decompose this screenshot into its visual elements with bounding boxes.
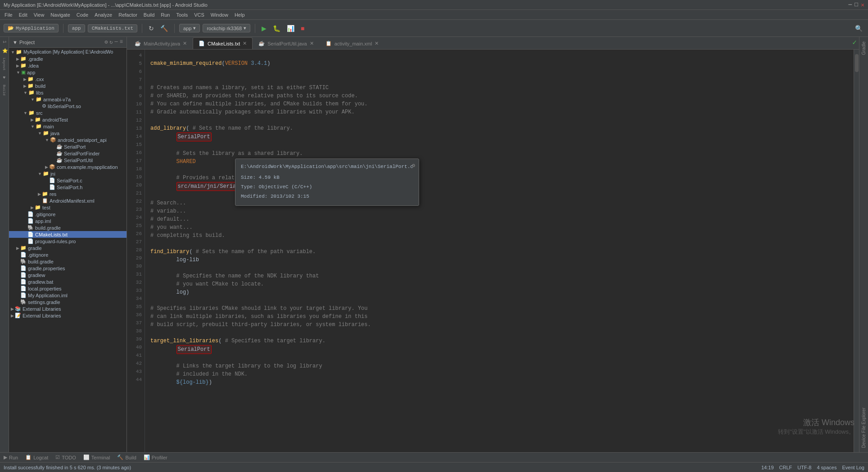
tree-item-build[interactable]: ▶ 📁 build: [9, 82, 127, 89]
file-selector[interactable]: CMakeLists.txt: [88, 24, 137, 32]
tree-item-java[interactable]: ▼ 📁 java: [9, 130, 127, 136]
menu-edit[interactable]: Edit: [16, 11, 30, 18]
settings-icon[interactable]: ≡: [120, 39, 123, 45]
run-config-selector[interactable]: app ▾: [179, 24, 200, 32]
run-button[interactable]: ▶: [260, 24, 268, 33]
menu-run[interactable]: Run: [158, 11, 172, 18]
sidebar-icon-2[interactable]: ⭐: [1, 46, 8, 55]
code-view[interactable]: cmake_minimum_required(VERSION 3.4.1) # …: [145, 50, 854, 452]
debug-button[interactable]: 🐛: [271, 24, 282, 33]
tab-mainactivity[interactable]: ☕ MainActivity.java ✕: [129, 37, 193, 49]
tab-close-activitymain[interactable]: ✕: [375, 41, 379, 46]
tree-item-src[interactable]: ▼ 📁 src: [9, 109, 127, 116]
tree-item-settingsgradle[interactable]: ▶ 🐘 settings.gradle: [9, 299, 127, 305]
bottom-tab-run[interactable]: ▶ Run: [4, 454, 18, 460]
tree-item-gradle[interactable]: ▶ 📁 .gradle: [9, 55, 127, 62]
status-position[interactable]: 14:19: [761, 465, 774, 470]
tree-item-extlibs[interactable]: ▶ 📚 External Libraries: [9, 305, 127, 312]
tree-item-serialportutil-tree[interactable]: ▶ ☕ SerialPortUtil: [9, 157, 127, 163]
profile-button[interactable]: 📊: [285, 24, 296, 33]
tab-close-cmakelists[interactable]: ✕: [243, 41, 247, 46]
tree-item-comexample[interactable]: ▶ 📦 com.example.myapplication: [9, 163, 127, 170]
status-indent[interactable]: 4 spaces: [817, 465, 836, 470]
menu-tools[interactable]: Tools: [173, 11, 190, 18]
tree-item-gradle-root[interactable]: ▶ 📁 gradle: [9, 245, 127, 251]
tree-item-androidmanifest[interactable]: ▶ 📋 AndroidManifest.xml: [9, 197, 127, 204]
bottom-tab-profiler[interactable]: 📊 Profiler: [144, 454, 167, 460]
tree-item-proguard[interactable]: ▶ 📄 proguard-rules.pro: [9, 238, 127, 245]
tree-item-test[interactable]: ▶ 📁 test: [9, 204, 127, 211]
tree-item-gradlewbat[interactable]: ▶ 📄 gradlew.bat: [9, 278, 127, 285]
tree-item-libs[interactable]: ▼ 📁 libs: [9, 89, 127, 96]
vtab-gradle[interactable]: Gradle: [860, 39, 867, 58]
tree-item-gradleprops[interactable]: ▶ 📄 gradle.properties: [9, 265, 127, 272]
status-line-ending[interactable]: CRLF: [779, 465, 792, 470]
tree-item-buildgradle-app[interactable]: ▶ 🐘 build.gradle: [9, 224, 127, 231]
menu-file[interactable]: File: [2, 11, 15, 18]
collapse-icon[interactable]: —: [115, 39, 118, 45]
vtab-device-file[interactable]: Device File Explorer: [860, 405, 867, 450]
tree-item-main[interactable]: ▼ 📁 main: [9, 123, 127, 130]
sidebar-icon-favorites[interactable]: ♥: [1, 73, 8, 82]
menu-refactor[interactable]: Refactor: [116, 11, 140, 18]
tree-item-res[interactable]: ▶ 📁 res: [9, 191, 127, 197]
tree-item-gitignore-root[interactable]: ▶ 📄 .gitignore: [9, 251, 127, 258]
menu-help[interactable]: Help: [232, 11, 248, 18]
bottom-tab-terminal[interactable]: ⬜ Terminal: [83, 454, 110, 460]
tree-item-serialporth[interactable]: ▶ 📄 SerialPort.h: [9, 184, 127, 191]
module-selector[interactable]: app: [68, 24, 85, 32]
tree-item-androidtest[interactable]: ▶ 📁 androidTest: [9, 116, 127, 123]
tree-item-idea[interactable]: ▶ 📁 .idea: [9, 62, 127, 69]
sidebar-icon-structure[interactable]: Build: [1, 83, 7, 97]
tree-item-serialportc[interactable]: ▶ 📄 SerialPort.c: [9, 177, 127, 184]
tree-item-appiml[interactable]: ▶ 📄 app.iml: [9, 218, 127, 224]
tree-item-cmakelists[interactable]: ▶ 📄 CMakeLists.txt: [9, 231, 127, 238]
tree-item-myapp[interactable]: ▼ 📁 MyApplication [My Application] E:\An…: [9, 49, 127, 55]
device-selector[interactable]: rockchip rk3368 ▾: [203, 24, 250, 32]
tab-close-serialportutil[interactable]: ✕: [310, 41, 314, 46]
tree-item-app[interactable]: ▼ ▣ app: [9, 69, 127, 76]
menu-view[interactable]: View: [31, 11, 47, 18]
tree-item-serialportfinder[interactable]: ▶ ☕ SerialPortFinder: [9, 150, 127, 157]
tooltip-settings-icon[interactable]: ⚙: [412, 162, 415, 170]
status-encoding[interactable]: UTF-8: [797, 465, 811, 470]
sidebar-icon-captures[interactable]: Layout: [1, 56, 7, 73]
tab-cmakelists[interactable]: 📄 CMakeLists.txt ✕: [193, 37, 253, 49]
tree-item-myappiml[interactable]: ▶ 📄 My Application.iml: [9, 292, 127, 299]
menu-navigate[interactable]: Navigate: [48, 11, 72, 18]
editor-scrollbar[interactable]: [854, 50, 859, 452]
tree-item-scratches[interactable]: ▶ 📝 External Libraries: [9, 312, 127, 319]
menu-build[interactable]: Build: [141, 11, 157, 18]
tree-item-buildgradle-root[interactable]: ▶ 🐘 build.gradle: [9, 258, 127, 265]
tree-item-cxx[interactable]: ▶ 📁 .cxx: [9, 76, 127, 82]
window-controls[interactable]: ─ □ ✕: [849, 1, 864, 9]
bottom-tab-logcat[interactable]: 📋 Logcat: [25, 454, 48, 460]
tree-item-android-serial[interactable]: ▼ 📦 android_serialport_api: [9, 136, 127, 143]
gear-icon[interactable]: ⚙: [104, 39, 108, 45]
tree-item-serialport[interactable]: ▶ ☕ SerialPort: [9, 143, 127, 150]
scrollbar-thumb[interactable]: [855, 54, 859, 72]
project-selector[interactable]: 📂 MyApplication: [4, 24, 59, 32]
search-button[interactable]: 🔍: [853, 24, 864, 33]
tree-item-libserial[interactable]: ▶ ⚙ libSerialPort.so: [9, 103, 127, 109]
sync-button[interactable]: ↻: [147, 24, 156, 33]
tab-serialportutil[interactable]: ☕ SerialPortUtil.java ✕: [253, 37, 319, 49]
bottom-tab-build[interactable]: 🔨 Build: [117, 454, 136, 460]
tree-item-localprops[interactable]: ▶ 📄 local.properties: [9, 285, 127, 292]
menu-window[interactable]: Window: [208, 11, 231, 18]
menu-vcs[interactable]: VCS: [191, 11, 207, 18]
stop-button[interactable]: ■: [299, 24, 306, 33]
tab-close-mainactivity[interactable]: ✕: [183, 41, 187, 46]
tab-activitymain[interactable]: 📋 activity_main.xml ✕: [320, 37, 385, 49]
sidebar-icon-1[interactable]: 1: [1, 39, 8, 45]
minimize-button[interactable]: ─: [849, 1, 852, 9]
sync-icon[interactable]: ↻: [109, 39, 113, 45]
tree-item-gitignore-app[interactable]: ▶ 📄 .gitignore: [9, 211, 127, 218]
maximize-button[interactable]: □: [854, 1, 858, 9]
menu-code[interactable]: Code: [74, 11, 91, 18]
tree-item-armeabi[interactable]: ▼ 📁 armeabi-v7a: [9, 96, 127, 103]
tree-item-gradlew[interactable]: ▶ 📄 gradlew: [9, 272, 127, 278]
menu-analyze[interactable]: Analyze: [92, 11, 115, 18]
event-log[interactable]: Event Log: [842, 465, 864, 470]
close-button[interactable]: ✕: [861, 1, 864, 9]
